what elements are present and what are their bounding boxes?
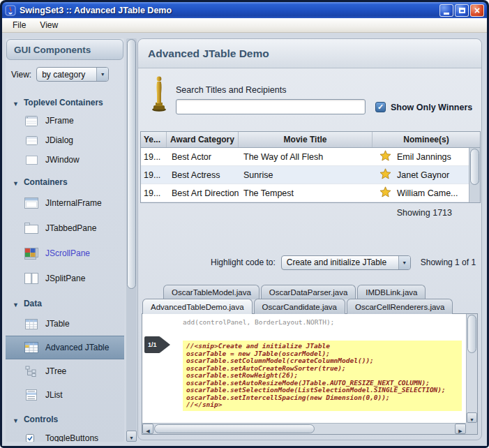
advanced-jtable-icon — [24, 342, 39, 353]
code-horizontal-scrollbar[interactable] — [142, 423, 466, 434]
winners-checkbox-label: Show Only Winners — [391, 103, 472, 112]
code-scroll-left-button[interactable] — [142, 424, 153, 434]
arrow-right-icon — [160, 337, 170, 352]
titlebar[interactable]: SwingSet3 :: Advanced JTable Demo — [2, 2, 487, 18]
code-vscroll-thumb[interactable] — [467, 315, 476, 353]
chevron-down-icon[interactable] — [96, 68, 108, 81]
tab-advancedtabledemo[interactable]: AdvancedTableDemo.java — [142, 299, 253, 314]
code-line: oscarTable.setColumnModel(createColumnMo… — [186, 357, 458, 365]
window-title: SwingSet3 :: Advanced JTable Demo — [20, 6, 439, 15]
code-showing-status: Showing 1 of 1 — [421, 257, 476, 267]
code-controls: Highlight code to: Create and initialize… — [138, 254, 481, 271]
tree-section-containers[interactable]: Containers — [6, 174, 124, 191]
column-header-award-category[interactable]: Award Category — [167, 132, 239, 147]
jlist-icon — [24, 389, 39, 401]
code-viewer: add(controlPanel, BorderLayout.NORTH); /… — [142, 313, 478, 435]
tab-imdblink[interactable]: IMDBLink.java — [357, 285, 426, 299]
maximize-icon — [459, 8, 465, 13]
close-button[interactable] — [470, 4, 484, 17]
sidebar-item-jlist[interactable]: JList — [6, 383, 124, 407]
sidebar-scrollbar-thumb[interactable] — [127, 39, 136, 289]
maximize-button[interactable] — [455, 4, 469, 17]
sidebar-header: GUI Components — [6, 39, 123, 60]
code-line: oscarTable.setSelectionMode(ListSelectio… — [186, 387, 458, 394]
sidebar-item-togglebuttons[interactable]: ToggleButtons — [6, 428, 124, 442]
code-line: //<snip>Create and initialize JTable — [186, 343, 458, 350]
tree-section-toplevel-containers[interactable]: Toplevel Containers — [6, 94, 124, 111]
sidebar-item-jdialog[interactable]: JDialog — [6, 130, 124, 150]
table-row[interactable]: 19... Best Actor The Way of All Flesh Em… — [141, 148, 480, 166]
code-line: add(controlPanel, BorderLayout.NORTH); — [183, 319, 334, 327]
search-section: Search Titles and Recipients Show Only W… — [138, 68, 481, 133]
search-label: Search Titles and Recipients — [176, 85, 286, 95]
winner-star-icon — [379, 186, 391, 200]
table-row[interactable]: 19... Best Actress Sunrise Janet Gaynor — [141, 166, 480, 184]
table-row[interactable]: 19... Best Art Direction The Tempest Wil… — [141, 184, 480, 202]
demo-panel: Advanced JTable Demo Search Tit — [137, 38, 482, 440]
column-header-movie-title[interactable]: Movie Title — [239, 132, 373, 147]
show-only-winners[interactable]: Show Only Winners — [375, 102, 472, 112]
tab-oscarcellrenderers[interactable]: OscarCellRenderers.java — [347, 299, 453, 314]
table-body: 19... Best Actor The Way of All Flesh Em… — [141, 148, 480, 202]
code-scroll-down-button[interactable] — [467, 412, 477, 423]
sidebar-item-jframe[interactable]: JFrame — [6, 111, 124, 130]
search-input[interactable] — [176, 99, 366, 114]
code-scroll-right-button[interactable] — [455, 424, 466, 434]
oscar-table: Ye... Award Category Movie Title Nominee… — [140, 131, 481, 203]
tree-section-data[interactable]: Data — [6, 295, 124, 312]
highlight-marker[interactable]: 1/1 — [144, 336, 170, 353]
collapse-triangle-icon[interactable] — [13, 176, 19, 188]
highlight-code-combobox[interactable]: Create and initialize JTable — [281, 255, 411, 270]
sidebar-item-jwindow[interactable]: JWindow — [6, 150, 124, 170]
sidebar-item-jscrollpane[interactable]: JScrollPane — [6, 241, 124, 266]
column-header-year[interactable]: Ye... — [141, 132, 167, 147]
menu-file[interactable]: File — [6, 19, 32, 31]
table-scrollbar[interactable] — [469, 148, 480, 202]
close-icon — [474, 4, 480, 17]
jdialog-icon — [24, 136, 39, 145]
code-hscroll-thumb[interactable] — [154, 424, 315, 433]
sidebar-scrollbar[interactable] — [126, 38, 137, 442]
sidebar-item-jtabbedpane[interactable]: JTabbedPane — [6, 216, 124, 241]
chevron-down-icon[interactable] — [398, 256, 410, 269]
code-line: //</snip> — [186, 401, 458, 409]
collapse-triangle-icon[interactable] — [13, 96, 19, 109]
component-tree: Toplevel Containers JFrame JDialog JWind… — [6, 94, 124, 442]
winners-checkbox[interactable] — [375, 102, 386, 112]
togglebuttons-icon — [24, 434, 39, 442]
code-vertical-scrollbar[interactable] — [466, 314, 477, 423]
sidebar-item-jtable[interactable]: JTable — [6, 312, 124, 336]
scrollbar-corner — [466, 423, 477, 434]
tab-oscartablemodel[interactable]: OscarTableModel.java — [163, 285, 259, 299]
sidebar-item-advanced-jtable[interactable]: Advanced JTable — [6, 336, 124, 359]
sidebar-item-jinternalframe[interactable]: JInternalFrame — [6, 191, 124, 216]
arrow-down-icon — [129, 430, 134, 442]
winner-star-icon — [379, 150, 391, 163]
sidebar-item-jsplitpane[interactable]: JSplitPane — [6, 266, 124, 291]
column-header-nominees[interactable]: Nominee(s) — [373, 132, 480, 147]
sidebar-scroll-down-button[interactable] — [126, 431, 137, 442]
arrow-right-icon — [458, 423, 462, 435]
menubar: File View — [2, 18, 487, 33]
jtabbedpane-icon — [24, 223, 39, 234]
app-window: SwingSet3 :: Advanced JTable Demo File V… — [0, 0, 489, 448]
collapse-triangle-icon[interactable] — [13, 413, 19, 426]
minimize-icon — [444, 13, 449, 15]
oscar-statuette-icon — [151, 75, 167, 114]
view-row: View: by category — [11, 67, 124, 82]
menu-view[interactable]: View — [33, 19, 64, 31]
view-label: View: — [11, 70, 31, 80]
code-line: oscarTable.setIntercellSpacing(new Dimen… — [186, 394, 458, 402]
view-combobox[interactable]: by category — [36, 67, 109, 82]
tree-section-controls[interactable]: Controls — [6, 411, 124, 428]
code-tabs-back-row: OscarTableModel.java OscarDataParser.jav… — [163, 285, 426, 299]
view-combobox-value: by category — [37, 70, 96, 80]
jwindow-icon — [24, 156, 39, 165]
tab-oscardataparser[interactable]: OscarDataParser.java — [261, 285, 356, 299]
tab-oscarcandidate[interactable]: OscarCandidate.java — [254, 299, 345, 314]
sidebar-item-jtree[interactable]: JTree — [6, 359, 124, 383]
jframe-icon — [24, 116, 39, 126]
table-scrollbar-thumb[interactable] — [470, 149, 479, 185]
collapse-triangle-icon[interactable] — [13, 297, 19, 310]
minimize-button[interactable] — [439, 4, 453, 17]
